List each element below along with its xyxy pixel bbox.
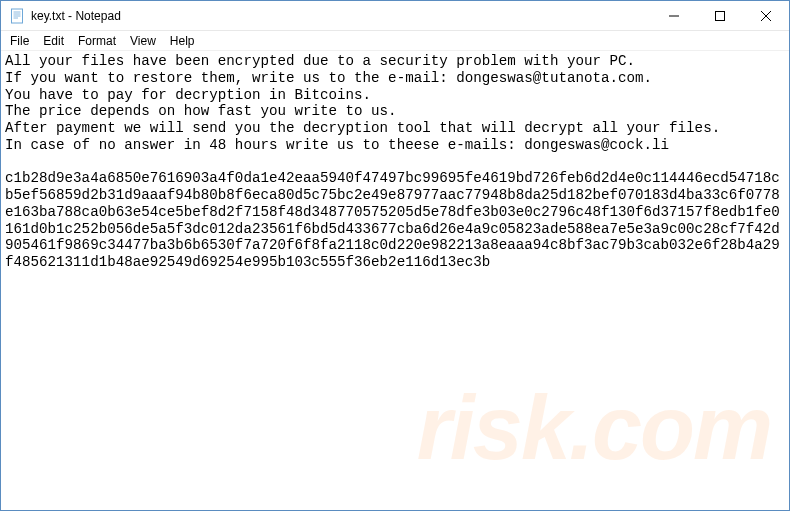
close-icon bbox=[761, 11, 771, 21]
window-title: key.txt - Notepad bbox=[31, 9, 121, 23]
svg-rect-6 bbox=[716, 11, 725, 20]
menu-help[interactable]: Help bbox=[163, 33, 202, 49]
minimize-icon bbox=[669, 11, 679, 21]
menu-file[interactable]: File bbox=[3, 33, 36, 49]
menu-edit[interactable]: Edit bbox=[36, 33, 71, 49]
minimize-button[interactable] bbox=[651, 1, 697, 30]
notepad-window: key.txt - Notepad File Edit Format View … bbox=[0, 0, 790, 511]
close-button[interactable] bbox=[743, 1, 789, 30]
maximize-button[interactable] bbox=[697, 1, 743, 30]
menu-bar: File Edit Format View Help bbox=[1, 31, 789, 51]
title-left: key.txt - Notepad bbox=[1, 8, 651, 24]
text-area[interactable]: All your files have been encrypted due t… bbox=[1, 51, 789, 510]
maximize-icon bbox=[715, 11, 725, 21]
menu-format[interactable]: Format bbox=[71, 33, 123, 49]
title-bar: key.txt - Notepad bbox=[1, 1, 789, 31]
notepad-icon bbox=[9, 8, 25, 24]
menu-view[interactable]: View bbox=[123, 33, 163, 49]
window-controls bbox=[651, 1, 789, 30]
